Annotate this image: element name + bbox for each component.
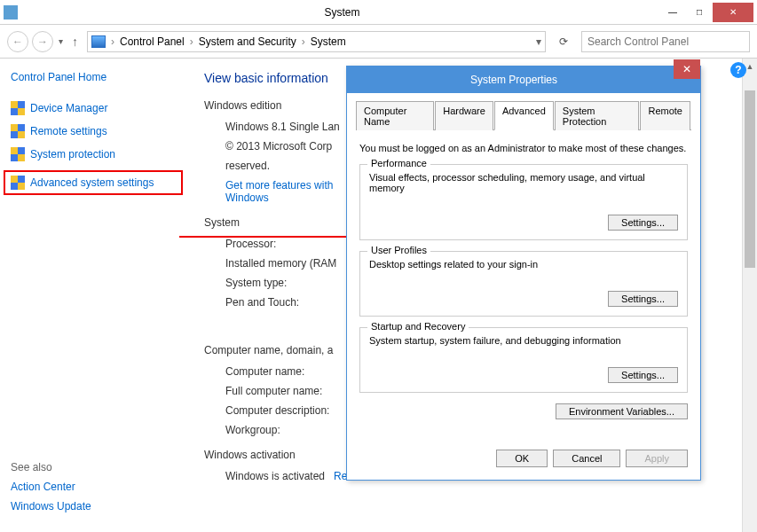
chevron-right-icon[interactable]: › (111, 35, 114, 48)
breadcrumb-item[interactable]: Control Panel (120, 35, 185, 48)
navbar: ← → ▾ ↑ › Control Panel › System and Sec… (0, 25, 757, 59)
sidebar-item-label: System protection (30, 148, 115, 160)
maximize-button[interactable]: □ (686, 3, 713, 22)
forward-button[interactable]: → (32, 31, 53, 52)
svg-rect-1 (18, 101, 25, 108)
performance-group-title: Performance (367, 158, 430, 168)
annotation-arrow (179, 236, 366, 238)
window-icon (4, 5, 18, 20)
dialog-titlebar[interactable]: System Properties ✕ (347, 66, 700, 93)
svg-rect-8 (11, 147, 18, 154)
dialog-title: System Properties (354, 74, 674, 86)
startup-recovery-settings-button[interactable]: Settings... (608, 367, 678, 383)
startup-recovery-group-desc: System startup, system failure, and debu… (369, 335, 678, 346)
svg-rect-10 (11, 154, 18, 161)
sidebar: Control Panel Home Device Manager Remote… (0, 59, 186, 532)
tab-computer-name[interactable]: Computer Name (356, 101, 434, 130)
sidebar-item-system-protection[interactable]: System protection (11, 147, 176, 161)
svg-rect-0 (11, 101, 18, 108)
refresh-button[interactable]: ⟳ (553, 31, 574, 52)
breadcrumb-item[interactable]: System (311, 35, 346, 48)
up-button[interactable]: ↑ (72, 35, 78, 49)
shield-icon (11, 147, 25, 161)
svg-rect-11 (18, 154, 25, 161)
back-button[interactable]: ← (7, 31, 28, 52)
performance-settings-button[interactable]: Settings... (608, 215, 678, 231)
window-titlebar: System — □ ✕ (0, 0, 757, 25)
see-also-windows-update[interactable]: Windows Update (11, 500, 176, 512)
shield-icon (11, 124, 25, 138)
search-input[interactable] (581, 31, 750, 52)
environment-variables-button[interactable]: Environment Variables... (556, 403, 688, 419)
performance-group-desc: Visual effects, processor scheduling, me… (369, 172, 678, 193)
svg-rect-13 (18, 176, 25, 183)
sidebar-item-label: Advanced system settings (30, 176, 154, 189)
shield-icon (11, 101, 25, 115)
svg-rect-14 (11, 183, 18, 190)
dialog-close-button[interactable]: ✕ (674, 59, 700, 79)
breadcrumb-dropdown-icon[interactable]: ▾ (536, 35, 541, 48)
see-also-action-center[interactable]: Action Center (11, 481, 176, 493)
svg-rect-4 (11, 124, 18, 131)
sidebar-item-remote-settings[interactable]: Remote settings (11, 124, 176, 138)
help-icon[interactable]: ? (730, 62, 746, 78)
dialog-tabs: Computer Name Hardware Advanced System P… (356, 100, 691, 130)
apply-button[interactable]: Apply (626, 450, 688, 467)
close-button[interactable]: ✕ (713, 3, 753, 22)
startup-recovery-group-title: Startup and Recovery (367, 321, 469, 332)
svg-rect-6 (11, 131, 18, 138)
svg-rect-2 (11, 108, 18, 115)
sidebar-item-device-manager[interactable]: Device Manager (11, 101, 176, 115)
chevron-right-icon[interactable]: › (190, 35, 193, 48)
control-panel-home-link[interactable]: Control Panel Home (11, 71, 176, 83)
minimize-button[interactable]: — (659, 3, 686, 22)
sidebar-item-label: Remote settings (30, 125, 107, 137)
user-profiles-group: User Profiles Desktop settings related t… (359, 251, 688, 317)
svg-rect-9 (18, 147, 25, 154)
control-panel-icon (91, 35, 106, 48)
breadcrumb[interactable]: › Control Panel › System and Security › … (87, 31, 546, 52)
system-properties-dialog: System Properties ✕ Computer Name Hardwa… (346, 66, 701, 481)
shield-icon (11, 176, 25, 190)
svg-rect-12 (11, 176, 18, 183)
user-profiles-group-desc: Desktop settings related to your sign-in (369, 259, 678, 270)
breadcrumb-item[interactable]: System and Security (199, 35, 296, 48)
user-profiles-group-title: User Profiles (367, 245, 430, 255)
performance-group: Performance Visual effects, processor sc… (359, 164, 688, 240)
tab-advanced[interactable]: Advanced (494, 101, 554, 130)
svg-rect-7 (18, 131, 25, 138)
history-dropdown-icon[interactable]: ▾ (59, 36, 63, 46)
cancel-button[interactable]: Cancel (553, 450, 620, 467)
startup-recovery-group: Startup and Recovery System startup, sys… (359, 327, 688, 393)
sidebar-item-advanced-system-settings[interactable]: Advanced system settings (4, 170, 183, 195)
see-also-heading: See also (11, 461, 176, 473)
tab-system-protection[interactable]: System Protection (555, 101, 640, 130)
tab-hardware[interactable]: Hardware (435, 101, 493, 130)
svg-rect-15 (18, 183, 25, 190)
window-title: System (25, 6, 659, 19)
sidebar-item-label: Device Manager (30, 102, 107, 114)
ok-button[interactable]: OK (496, 450, 548, 467)
tab-remote[interactable]: Remote (640, 101, 690, 130)
svg-rect-3 (18, 108, 25, 115)
user-profiles-settings-button[interactable]: Settings... (608, 291, 678, 307)
chevron-right-icon[interactable]: › (302, 35, 305, 48)
admin-note: You must be logged on as an Administrato… (359, 143, 688, 153)
svg-rect-5 (18, 124, 25, 131)
